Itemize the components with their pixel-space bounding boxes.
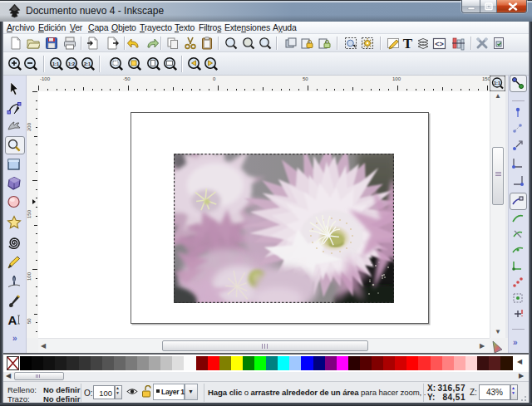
svg-text:1:2: 1:2 (68, 61, 75, 66)
svg-text:T: T (403, 37, 413, 51)
svg-text:A: A (8, 313, 17, 327)
svg-text:1:1: 1:1 (494, 81, 500, 86)
svg-text:<>: <> (435, 40, 444, 48)
svg-text:1:1: 1:1 (52, 61, 59, 66)
svg-text:2:1: 2:1 (84, 61, 91, 66)
